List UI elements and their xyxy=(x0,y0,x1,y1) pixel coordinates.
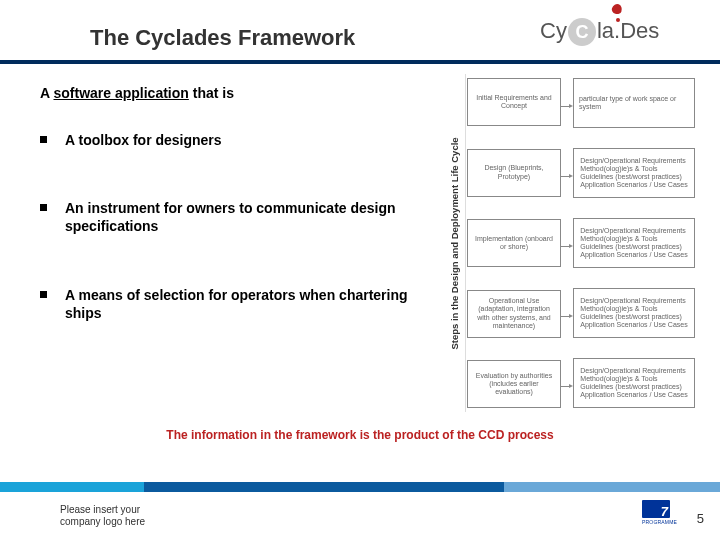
body-text: A software application that is A toolbox… xyxy=(40,85,420,372)
lifecycle-step-box: Operational Use (adaptation, integration… xyxy=(467,290,561,338)
logo-part1: Cy xyxy=(540,18,567,43)
framework-info-box: Design/Operational Requirements Method(o… xyxy=(573,288,695,338)
info-line: Method(olog)ie)s & Tools xyxy=(580,375,687,383)
logo-part2: la.Des xyxy=(597,18,659,43)
lifecycle-diagram: Steps in the Design and Deployment Life … xyxy=(445,78,697,408)
arrow-icon xyxy=(561,316,573,317)
bullet-text: A toolbox for designers xyxy=(65,131,222,149)
header: The Cyclades Framework CyCla.Des xyxy=(0,0,720,60)
framework-info-box: Design/Operational Requirements Method(o… xyxy=(573,218,695,268)
bullet-item: A means of selection for operators when … xyxy=(40,286,420,322)
framework-info-box: particular type of work space or system xyxy=(573,78,695,128)
fp7-logo: PROGRAMME xyxy=(642,500,670,532)
lifecycle-step-box: Design (Blueprints, Prototype) xyxy=(467,149,561,197)
framework-info-box: Design/Operational Requirements Method(o… xyxy=(573,148,695,198)
slide: The Cyclades Framework CyCla.Des A softw… xyxy=(0,0,720,540)
diagram-axis-label: Steps in the Design and Deployment Life … xyxy=(445,78,463,408)
logo-circle: C xyxy=(568,18,596,46)
lifecycle-step-box: Implementation (onboard or shore) xyxy=(467,219,561,267)
bullet-item: An instrument for owners to communicate … xyxy=(40,199,420,235)
info-line: Guidelines (best/worst practices) xyxy=(580,243,687,251)
arrow-icon xyxy=(561,246,573,247)
arrow-icon xyxy=(561,176,573,177)
info-line: Method(olog)ie)s & Tools xyxy=(580,165,687,173)
arrow-icon xyxy=(561,106,573,107)
fp7-caption: PROGRAMME xyxy=(642,519,670,525)
diagram-caption: The information in the framework is the … xyxy=(0,428,720,442)
bullet-text: A means of selection for operators when … xyxy=(65,286,420,322)
info-line: Method(olog)ie)s & Tools xyxy=(580,305,687,313)
cyclades-logo: CyCla.Des xyxy=(540,8,690,56)
info-line: Design/Operational Requirements xyxy=(580,367,687,375)
eu-flag-icon xyxy=(642,500,670,518)
lead-prefix: A xyxy=(40,85,53,101)
company-logo-placeholder: Please insert your company logo here xyxy=(60,504,145,528)
info-line: Application Scenarios / Use Cases xyxy=(580,391,687,399)
lead-sentence: A software application that is xyxy=(40,85,420,101)
axis-label-text: Steps in the Design and Deployment Life … xyxy=(449,137,460,349)
info-line: Application Scenarios / Use Cases xyxy=(580,181,687,189)
framework-info-box: Design/Operational Requirements Method(o… xyxy=(573,358,695,408)
page-number: 5 xyxy=(697,511,704,526)
logo-drop-icon xyxy=(612,4,626,22)
info-line: particular type of work space or system xyxy=(579,95,689,111)
diagram-right-column: particular type of work space or system … xyxy=(573,78,695,408)
lifecycle-step-box: Initial Requirements and Concept xyxy=(467,78,561,126)
bullet-icon xyxy=(40,136,47,143)
slide-title: The Cyclades Framework xyxy=(90,25,355,51)
info-line: Application Scenarios / Use Cases xyxy=(580,321,687,329)
company-line2: company logo here xyxy=(60,516,145,528)
company-line1: Please insert your xyxy=(60,504,145,516)
footer-color-bar xyxy=(0,482,720,492)
info-line: Design/Operational Requirements xyxy=(580,157,687,165)
diagram-arrows xyxy=(561,78,573,408)
info-line: Guidelines (best/worst practices) xyxy=(580,173,687,181)
bullet-text: An instrument for owners to communicate … xyxy=(65,199,420,235)
bullet-item: A toolbox for designers xyxy=(40,131,420,149)
lifecycle-step-box: Evaluation by authorities (includes earl… xyxy=(467,360,561,408)
bullet-icon xyxy=(40,204,47,211)
info-line: Guidelines (best/worst practices) xyxy=(580,383,687,391)
info-line: Design/Operational Requirements xyxy=(580,297,687,305)
info-line: Application Scenarios / Use Cases xyxy=(580,251,687,259)
bullet-icon xyxy=(40,291,47,298)
header-divider xyxy=(0,60,720,64)
lead-suffix: that is xyxy=(189,85,234,101)
arrow-icon xyxy=(561,386,573,387)
logo-text: CyCla.Des xyxy=(540,18,659,46)
info-line: Design/Operational Requirements xyxy=(580,227,687,235)
lead-underlined: software application xyxy=(53,85,188,101)
diagram-left-column: Initial Requirements and Concept Design … xyxy=(467,78,561,408)
info-line: Method(olog)ie)s & Tools xyxy=(580,235,687,243)
info-line: Guidelines (best/worst practices) xyxy=(580,313,687,321)
